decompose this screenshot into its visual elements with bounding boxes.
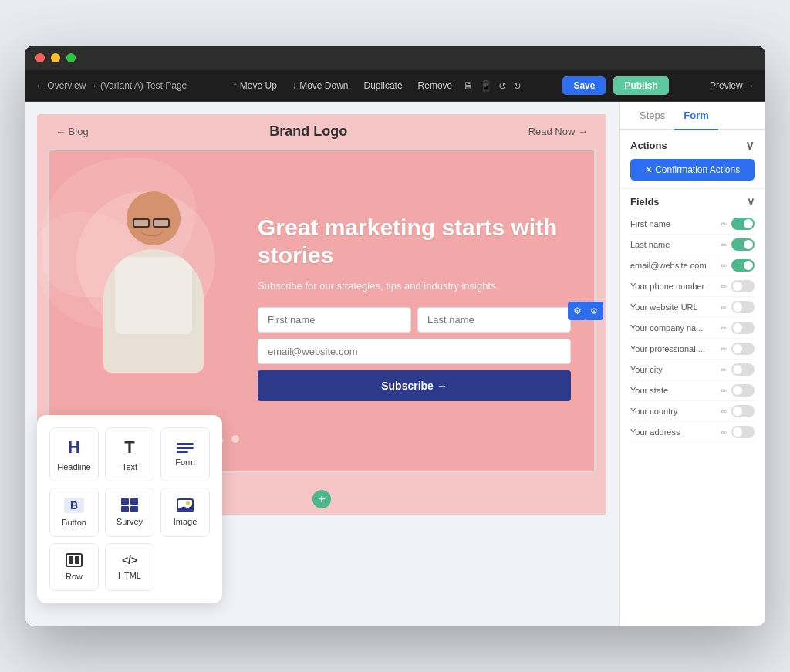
form-label: Form	[175, 458, 195, 467]
publish-button[interactable]: Publish	[613, 76, 668, 95]
widget-button[interactable]: B Button	[49, 488, 99, 537]
browser-window: ← Overview → (Variant A) Test Page ↑ Mov…	[25, 46, 765, 626]
widget-row[interactable]: Row	[49, 543, 99, 591]
maximize-button[interactable]	[66, 53, 76, 62]
field-edit-icon[interactable]: ✏	[721, 220, 727, 228]
field-edit-icon-3[interactable]: ✏	[721, 262, 727, 270]
close-button[interactable]	[35, 53, 45, 62]
field-last-name: Last name ✏	[630, 235, 755, 255]
fields-section: Fields ∨ First name ✏ Last name ✏ email@…	[620, 189, 765, 449]
field-country: Your country ✏	[630, 401, 755, 422]
field-edit-icon-10[interactable]: ✏	[721, 407, 727, 416]
field-edit-icon-6[interactable]: ✏	[721, 324, 727, 333]
field-address: Your address ✏	[630, 422, 755, 443]
row-icon	[66, 553, 83, 567]
widget-text[interactable]: T Text	[105, 427, 154, 481]
nav-logo: Brand Logo	[269, 123, 347, 140]
hero-subtitle: Subscribe for our strategies, tips and i…	[258, 280, 571, 292]
button-label: Button	[62, 518, 86, 527]
fields-chevron[interactable]: ∨	[747, 195, 755, 208]
field-toggle-company[interactable]	[731, 322, 755, 334]
field-edit-icon-8[interactable]: ✏	[721, 366, 727, 374]
duplicate-button[interactable]: Duplicate	[360, 78, 407, 93]
move-up-button[interactable]: ↑ Move Up	[228, 78, 281, 93]
side-gear-icon[interactable]: ⚙	[585, 302, 603, 320]
html-icon: </>	[122, 554, 137, 566]
toolbar-actions: ↑ Move Up ↓ Move Down Duplicate Remove 🖥…	[228, 78, 522, 93]
field-toggle-country[interactable]	[731, 405, 755, 417]
image-label: Image	[174, 517, 198, 526]
nav-blog-link[interactable]: ← Blog	[56, 126, 89, 137]
undo-icon[interactable]: ↺	[498, 80, 507, 92]
form-icon	[177, 443, 194, 453]
hero-image-area	[73, 168, 242, 446]
field-edit-icon-2[interactable]: ✏	[721, 241, 727, 249]
text-label: Text	[122, 462, 137, 471]
field-edit-icon-4[interactable]: ✏	[721, 282, 727, 291]
save-button[interactable]: Save	[562, 76, 606, 95]
field-edit-icon-7[interactable]: ✏	[721, 345, 727, 353]
person-head	[127, 191, 181, 245]
canvas-area: ← Blog Brand Logo Read Now →	[25, 102, 619, 626]
actions-chevron[interactable]: ∨	[745, 138, 755, 153]
confirmation-actions-button[interactable]: ✕ Confirmation Actions	[630, 159, 755, 181]
field-company: Your company na... ✏	[630, 318, 755, 339]
widget-html[interactable]: </> HTML	[105, 543, 154, 591]
actions-header: Actions ∨	[630, 138, 755, 153]
field-toggle-lastname[interactable]	[731, 238, 755, 251]
shirt	[115, 257, 192, 334]
field-first-name: First name ✏	[630, 214, 755, 235]
field-toggle-website[interactable]	[731, 301, 755, 313]
lastname-input[interactable]	[417, 307, 571, 333]
smile	[140, 228, 164, 236]
widget-survey[interactable]: Survey	[105, 488, 154, 537]
tablet-icon[interactable]: 📱	[480, 80, 492, 92]
remove-button[interactable]: Remove	[414, 78, 457, 93]
minimize-button[interactable]	[51, 53, 60, 62]
actions-section: Actions ∨ ✕ Confirmation Actions	[620, 130, 765, 189]
nav-readnow-link[interactable]: Read Now →	[528, 126, 588, 137]
tab-form[interactable]: Form	[674, 102, 718, 130]
subscribe-button[interactable]: Subscribe →	[258, 370, 571, 401]
preview-button[interactable]: Preview →	[710, 80, 755, 91]
hero-title: Great marketing starts with stories	[258, 214, 571, 269]
button-icon: B	[64, 498, 84, 513]
add-section-button[interactable]: +	[312, 490, 331, 508]
field-toggle-email[interactable]	[731, 259, 755, 272]
field-edit-icon-9[interactable]: ✏	[721, 387, 727, 395]
firstname-input[interactable]	[258, 307, 411, 333]
field-toggle-city[interactable]	[731, 363, 755, 376]
fields-header: Fields ∨	[630, 195, 755, 208]
field-toggle-phone[interactable]	[731, 280, 755, 292]
field-state: Your state ✏	[630, 380, 755, 401]
redo-icon[interactable]: ↻	[513, 80, 522, 92]
right-panel: Steps Form Actions ∨ ✕ Confirmation Acti…	[619, 102, 765, 626]
field-website: Your website URL ✏	[630, 297, 755, 318]
titlebar	[25, 46, 765, 70]
move-down-button[interactable]: ↓ Move Down	[288, 78, 353, 93]
gear-icon-overlay[interactable]: ⚙	[568, 302, 586, 320]
widget-form[interactable]: Form	[160, 427, 210, 481]
survey-label: Survey	[116, 517, 143, 526]
widget-headline[interactable]: H Headline	[49, 427, 99, 481]
field-edit-icon-5[interactable]: ✏	[721, 303, 727, 312]
email-input[interactable]	[258, 339, 571, 364]
survey-icon	[121, 498, 138, 512]
field-toggle-state[interactable]	[731, 384, 755, 397]
form-name-row	[258, 307, 571, 333]
text-icon: T	[124, 437, 134, 458]
headline-icon: H	[68, 437, 80, 458]
field-toggle-firstname[interactable]	[731, 218, 755, 230]
field-toggle-professional[interactable]	[731, 343, 755, 355]
widget-image[interactable]: Image	[160, 488, 210, 537]
row-label: Row	[66, 572, 83, 581]
desktop-icon[interactable]: 🖥	[463, 79, 474, 92]
field-edit-icon-11[interactable]: ✏	[721, 428, 727, 437]
tab-steps[interactable]: Steps	[630, 102, 674, 130]
actions-label: Actions	[630, 140, 667, 151]
field-toggle-address[interactable]	[731, 426, 755, 438]
person-figure	[84, 176, 223, 407]
html-label: HTML	[118, 571, 141, 580]
toolbar: ← Overview → (Variant A) Test Page ↑ Mov…	[25, 70, 765, 102]
headline-label: Headline	[57, 462, 90, 471]
